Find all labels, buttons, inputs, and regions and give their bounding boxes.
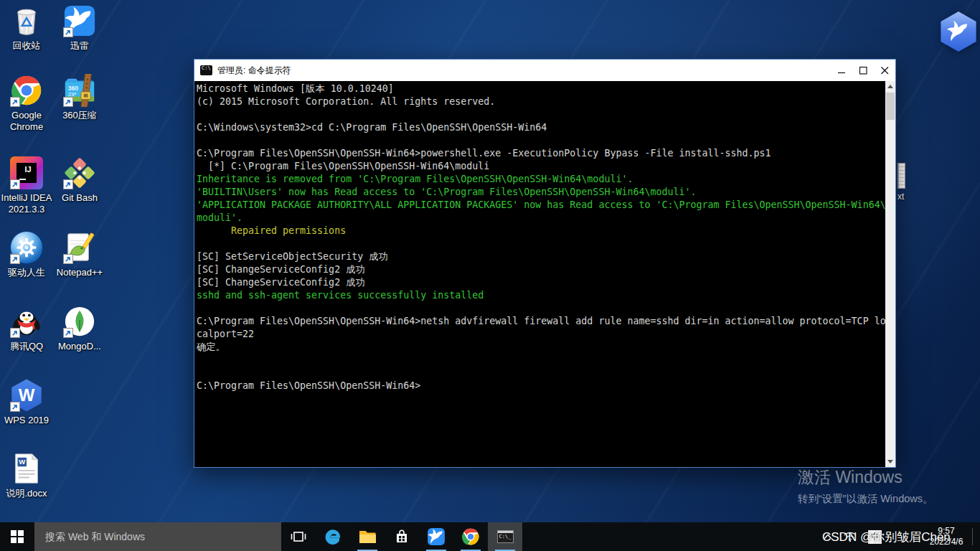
taskbar-item-file-explorer[interactable]	[350, 522, 385, 551]
icon-label: MongoD...	[47, 341, 112, 352]
console-line: moduli'.	[197, 212, 885, 225]
desktop-icon-git-bash[interactable]: Git Bash	[53, 156, 106, 204]
desktop-icon-driver-genius[interactable]: 驱动人生	[0, 231, 53, 278]
taskbar-item-cmd[interactable]: C:\_	[488, 522, 522, 551]
cmd-titlebar[interactable]: C:\ 管理员: 命令提示符	[194, 60, 895, 81]
thunder-floating-widget[interactable]	[938, 11, 979, 52]
console-line: sshd and ssh-agent services successfully…	[197, 289, 885, 302]
ime-indicator[interactable]: 中	[868, 530, 882, 544]
task-view-button[interactable]	[281, 522, 316, 551]
desktop: { "desktop": { "icons": [ {"label": "回收站…	[0, 0, 980, 551]
shortcut-arrow-icon	[63, 27, 73, 37]
desktop-icon-360zip[interactable]: 360 ZIP 360压缩	[53, 74, 106, 121]
desktop-icon-intellij-idea[interactable]: IJ IntelliJ IDEA 2021.3.3	[0, 156, 53, 215]
icon-label: Git Bash	[47, 192, 112, 204]
chevron-up-icon[interactable]	[824, 534, 832, 540]
console-line	[197, 302, 885, 315]
desktop-icon-tencent-qq[interactable]: 腾讯QQ	[0, 305, 53, 352]
thunder-hexagon-icon	[938, 11, 979, 52]
icon-label: 360压缩	[47, 110, 112, 121]
console-scrollbar[interactable]	[885, 81, 895, 467]
scrollbar-thumb[interactable]	[886, 93, 895, 120]
icon-label: xt	[897, 192, 916, 202]
taskbar-item-thunder[interactable]	[419, 522, 453, 551]
taskbar-item-chrome[interactable]	[453, 522, 488, 551]
console-line: [SC] ChangeServiceConfig2 成功	[197, 263, 885, 276]
clock-time: 9:57	[924, 526, 969, 537]
taskbar-clock[interactable]: 9:57 2022/4/6	[924, 526, 969, 547]
shortcut-arrow-icon	[63, 97, 73, 107]
desktop-icon-google-chrome[interactable]: Google Chrome	[0, 74, 53, 133]
close-button[interactable]	[874, 60, 895, 81]
cmd-icon: C:\_	[497, 530, 514, 543]
cmd-window: C:\ 管理员: 命令提示符 Microsoft Windows [版本 10.…	[194, 59, 896, 468]
desktop-icon-recycle-bin[interactable]: 回收站	[0, 4, 53, 52]
task-view-icon	[291, 531, 306, 542]
desktop-icon-mongodb[interactable]: MongoD...	[53, 305, 106, 352]
window-title: 管理员: 命令提示符	[217, 65, 291, 77]
console-line	[197, 134, 885, 147]
shortcut-arrow-icon	[63, 328, 73, 338]
show-desktop-divider[interactable]	[972, 528, 973, 545]
console-line	[197, 108, 885, 121]
activation-line2: 转到“设置”以激活 Windows。	[798, 492, 933, 506]
text-file-icon-fragment	[897, 163, 905, 189]
start-button[interactable]	[0, 522, 34, 551]
thunder-icon	[427, 527, 446, 546]
taskbar-search[interactable]	[34, 522, 281, 551]
taskbar: C:\_ 中 9:57 2022/4/6 CSDN @你别皱眉Chen	[0, 522, 980, 551]
chrome-icon	[461, 527, 480, 546]
windows-logo-icon	[11, 530, 24, 543]
desktop-icon-thunder[interactable]: 迅雷	[53, 4, 106, 52]
shortcut-arrow-icon	[10, 402, 20, 412]
icon-label: 说明.docx	[0, 488, 59, 499]
shortcut-arrow-icon	[10, 328, 20, 338]
icon-label: Notepad++	[47, 267, 112, 278]
file-explorer-icon	[359, 531, 376, 543]
taskbar-item-store[interactable]	[385, 522, 419, 551]
taskbar-item-edge[interactable]	[316, 522, 350, 551]
console-line: [SC] ChangeServiceConfig2 成功	[197, 276, 885, 289]
wifi-icon[interactable]	[844, 532, 857, 542]
shortcut-arrow-icon	[63, 179, 73, 189]
minimize-button[interactable]	[831, 60, 852, 81]
shortcut-arrow-icon	[10, 254, 20, 264]
desktop-icon-notepadpp[interactable]: Notepad++	[53, 231, 106, 278]
console-line: 确定。	[197, 341, 885, 354]
scrollbar-down-arrow[interactable]	[885, 456, 895, 467]
desktop-icon-partial-txt[interactable]: xt	[897, 163, 916, 202]
clock-date: 2022/4/6	[924, 537, 969, 547]
cmd-icon: C:\	[200, 65, 212, 75]
console-output[interactable]: Microsoft Windows [版本 10.0.10240](c) 201…	[194, 81, 885, 467]
scrollbar-up-arrow[interactable]	[885, 81, 895, 92]
svg-text:W: W	[19, 458, 26, 466]
search-input[interactable]	[34, 522, 281, 551]
console-line: 'APPLICATION PACKAGE AUTHORITY\ALL APPLI…	[197, 199, 885, 212]
tray-icons: 中	[824, 522, 882, 551]
shortcut-arrow-icon	[10, 179, 20, 189]
console-line: Repaired permissions	[197, 225, 885, 237]
store-icon	[393, 528, 410, 545]
recycle-bin-icon	[10, 4, 43, 37]
desktop-icon-docx-file[interactable]: W 说明.docx	[0, 452, 53, 499]
shortcut-arrow-icon	[63, 254, 73, 264]
console-line: (c) 2015 Microsoft Corporation. All righ…	[197, 95, 885, 108]
console-line	[197, 367, 885, 380]
shortcut-arrow-icon	[10, 97, 20, 107]
console-line: calport=22	[197, 328, 885, 341]
console-line	[197, 354, 885, 367]
console-line: C:\Program Files\OpenSSH\OpenSSH-Win64>p…	[197, 147, 885, 160]
console-line: C:\Windows\system32>cd C:\Program Files\…	[197, 121, 885, 134]
console-line: C:\Program Files\OpenSSH\OpenSSH-Win64>n…	[197, 315, 885, 328]
activation-watermark: 激活 Windows 转到“设置”以激活 Windows。	[798, 466, 933, 506]
word-document-icon: W	[10, 452, 43, 485]
maximize-button[interactable]	[852, 60, 874, 81]
console-line: Inheritance is removed from 'C:\Program …	[197, 173, 885, 186]
console-line: C:\Program Files\OpenSSH\OpenSSH-Win64>	[197, 380, 885, 392]
console-line: [SC] SetServiceObjectSecurity 成功	[197, 250, 885, 263]
desktop-icon-wps[interactable]: W WPS 2019	[0, 379, 53, 426]
icon-label: WPS 2019	[0, 415, 59, 426]
console-line: [*] C:\Program Files\OpenSSH\OpenSSH-Win…	[197, 160, 885, 173]
console-line: Microsoft Windows [版本 10.0.10240]	[197, 83, 885, 95]
console-line: 'BUILTIN\Users' now has Read access to '…	[197, 186, 885, 199]
